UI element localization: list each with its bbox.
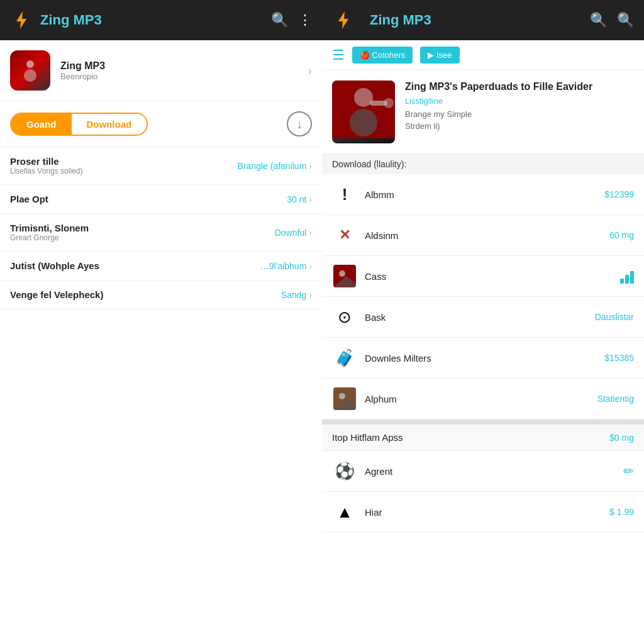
right-toolbar: ☰ 🍎 Cotohers ▶ Isee xyxy=(322,40,644,70)
featured-meta: Brange my Simple Strdem li) xyxy=(405,108,592,133)
list-item-aldsinm[interactable]: ✕ Aldsinm 60 mg xyxy=(322,215,644,256)
list-label-3: Bask xyxy=(365,312,587,323)
app-subtitle: Beenropio xyxy=(60,72,308,81)
featured-image xyxy=(332,80,395,143)
svg-point-2 xyxy=(24,69,36,82)
right-panel: Zing MP3 🔍 🔍 ☰ 🍎 Cotohers ▶ Isee xyxy=(322,0,644,644)
list-value-3: Dauslistar xyxy=(595,312,634,322)
section2-header-value: $0 mg xyxy=(609,433,634,443)
app-info-text: Zing MP3 Beenropio xyxy=(60,60,308,81)
info-row-0[interactable]: Proser tille Lisellas Vongs solied) Bran… xyxy=(0,147,322,185)
info-value-1: 30 nt › xyxy=(287,194,312,204)
svg-marker-3 xyxy=(338,11,348,29)
list-value-5: Statientig xyxy=(597,394,634,404)
list-item-cass[interactable]: Cass xyxy=(322,256,644,297)
download-circle-button[interactable]: ↓ xyxy=(287,111,312,136)
list-label-5: Alphum xyxy=(365,394,590,404)
featured-card: Zing MP3's Paperduads to Fille Eavider L… xyxy=(322,70,644,154)
list-value-0: $12399 xyxy=(604,189,634,199)
featured-text: Zing MP3's Paperduads to Fille Eavider L… xyxy=(405,80,592,143)
featured-link[interactable]: Lisstiglline xyxy=(405,96,592,106)
section2-header-row: Itop Hitflam Apss $0 mg xyxy=(322,425,644,451)
right-search-icon-2[interactable]: 🔍 xyxy=(617,12,634,28)
list-item-albmm[interactable]: ! Albmm $12399 xyxy=(322,174,644,215)
search-icon[interactable]: 🔍 xyxy=(271,12,288,28)
x-icon: ✕ xyxy=(332,223,357,248)
info-label-1: Plae Opt xyxy=(10,194,48,204)
list-label-0: Albmm xyxy=(365,189,597,200)
triangle-icon: ▲ xyxy=(332,499,357,525)
svg-point-8 xyxy=(384,98,394,108)
goand-button[interactable]: Goand xyxy=(11,114,72,135)
info-row-3[interactable]: Jutist (Wohple Ayes …9l'aibhum › xyxy=(0,252,322,280)
download-arrow-icon: ↓ xyxy=(296,117,303,131)
app-info-row[interactable]: Zing MP3 Beenropio › xyxy=(0,40,322,101)
cotohers-button[interactable]: 🍎 Cotohers xyxy=(352,47,413,64)
list-value-4: $15385 xyxy=(604,353,634,363)
info-sublabel-2: Greart Gnorge xyxy=(10,233,89,242)
download-button[interactable]: Download xyxy=(72,114,147,135)
section-divider xyxy=(322,419,644,425)
right-header-title: Zing MP3 xyxy=(370,12,582,28)
section2-header-label: Itop Hitflam Apss xyxy=(332,432,602,443)
hamburger-icon[interactable]: ☰ xyxy=(332,47,345,64)
list-label-1: Aldsinm xyxy=(365,230,602,241)
list-value-agrent: ✏ xyxy=(623,464,634,479)
exclaim-icon: ! xyxy=(332,182,357,207)
svg-point-6 xyxy=(350,109,377,136)
list-label-2: Cass xyxy=(365,271,613,282)
left-panel: Zing MP3 🔍 ⋮ Zing MP3 Beenropio › Goand xyxy=(0,0,322,644)
svg-point-10 xyxy=(339,270,345,277)
button-row: Goand Download ↓ xyxy=(0,101,322,147)
left-logo xyxy=(10,9,33,31)
info-label-4: Venge fel Velepheck) xyxy=(10,289,103,300)
right-header-icons: 🔍 🔍 xyxy=(590,12,634,28)
list-value-hiar: $ 1.99 xyxy=(609,507,634,517)
svg-point-1 xyxy=(26,60,34,68)
left-info-list: Proser tille Lisellas Vongs solied) Bran… xyxy=(0,147,322,644)
image-icon xyxy=(332,264,357,289)
info-value-0: Brangle (afanilum › xyxy=(238,161,312,171)
info-label-3: Jutist (Wohple Ayes xyxy=(10,260,99,271)
app-icon xyxy=(10,50,50,91)
right-logo xyxy=(332,9,355,31)
list-item-bask[interactable]: ⊙ Bask Dauslistar xyxy=(322,297,644,338)
list-value-1: 60 mg xyxy=(609,230,634,240)
list-label-hiar: Hiar xyxy=(365,507,602,518)
featured-title: Zing MP3's Paperduads to Fille Eavider xyxy=(405,80,592,94)
bar-chart-icon xyxy=(620,269,634,284)
action-btn-group: Goand Download xyxy=(10,113,148,136)
svg-marker-0 xyxy=(16,11,26,29)
left-header-title: Zing MP3 xyxy=(40,12,271,28)
list-label-agrent: Agrent xyxy=(365,466,616,477)
info-row-2[interactable]: Trimisnti, Slonem Greart Gnorge Downful … xyxy=(0,214,322,252)
download-list: ! Albmm $12399 ✕ Aldsinm 60 mg Cass xyxy=(322,174,644,419)
right-search-icon-1[interactable]: 🔍 xyxy=(590,12,607,28)
photo-icon xyxy=(332,386,357,411)
info-row-1[interactable]: Plae Opt 30 nt › xyxy=(0,185,322,214)
left-header: Zing MP3 🔍 ⋮ xyxy=(0,0,322,40)
info-row-4[interactable]: Venge fel Velepheck) Sandg › xyxy=(0,280,322,309)
info-value-2: Downful › xyxy=(275,228,312,238)
svg-point-13 xyxy=(339,393,345,399)
info-label-0: Proser tille xyxy=(10,156,82,167)
isee-button[interactable]: ▶ Isee xyxy=(420,47,459,64)
list-item-hiar[interactable]: ▲ Hiar $ 1.99 xyxy=(322,492,644,533)
info-sublabel-0: Lisellas Vongs solied) xyxy=(10,167,82,175)
lens-icon: ⊙ xyxy=(332,304,357,330)
download-section-header: Download (llaulity): xyxy=(322,154,644,174)
list-item-downles[interactable]: 🧳 Downles Milters $15385 xyxy=(322,338,644,379)
list-label-4: Downles Milters xyxy=(365,353,597,364)
briefcase-icon: 🧳 xyxy=(332,345,357,370)
app-name: Zing MP3 xyxy=(60,60,308,72)
list-item-agrent[interactable]: ⚽ Agrent ✏ xyxy=(322,451,644,492)
info-value-4: Sandg › xyxy=(281,290,312,300)
left-header-icons: 🔍 ⋮ xyxy=(271,12,312,28)
app-info-chevron: › xyxy=(308,64,312,78)
info-value-3: …9l'aibhum › xyxy=(260,261,312,271)
list-value-2 xyxy=(620,269,634,284)
right-header: Zing MP3 🔍 🔍 xyxy=(322,0,644,40)
list-item-alphum[interactable]: Alphum Statientig xyxy=(322,379,644,419)
info-label-2: Trimisnti, Slonem xyxy=(10,223,89,233)
more-icon[interactable]: ⋮ xyxy=(298,12,312,28)
